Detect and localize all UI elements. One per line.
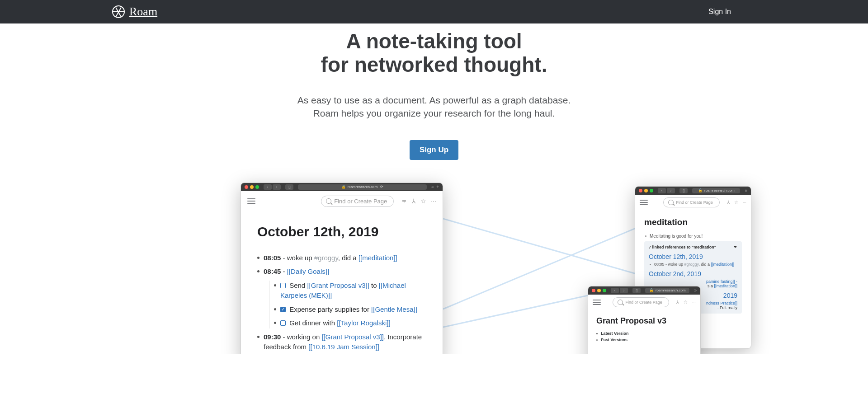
browser-nav-buttons: ‹› [264,184,281,190]
search-input: Find or Create Page [613,297,669,307]
checkbox-unchecked-icon [280,320,286,326]
filter-icon: ⫧ [401,197,407,205]
hero-section: A note-taking tool for networked thought… [0,23,868,160]
sign-in-link[interactable]: Sign In [708,8,731,16]
graph-icon: ⅄ [676,300,679,305]
graph-icon: ⅄ [727,200,730,205]
mock-browser-main: ‹› ▯ 🔒 roamresearch.com ⟳ » + Find or Cr… [241,183,443,354]
brand-link[interactable]: Roam [112,5,157,19]
reference-date-link: October 2nd, 2019 [649,270,737,277]
hamburger-icon [593,300,601,305]
search-icon [326,198,331,204]
search-input: Find or Create Page [321,196,394,207]
page-title: October 12th, 2019 [257,224,426,239]
star-icon: ☆ [684,300,688,305]
toolbar-icons: ⫧ ⅄ ☆ ··· [401,197,436,205]
hamburger-icon [640,200,648,205]
browser-overflow-icon: » + [431,184,439,189]
browser-chrome: ‹› ▯ 🔒 roamresearch.com ⟳ » + [241,183,443,191]
svg-line-2 [443,295,588,327]
more-icon: ··· [431,197,436,205]
outline-item: Latest Version [596,331,692,336]
star-icon: ☆ [734,200,738,205]
checkbox-unchecked-icon [280,283,286,288]
sign-up-button[interactable]: Sign Up [410,140,458,160]
search-icon [618,300,623,305]
hero-subtitle: As easy to use as a document. As powerfu… [0,94,868,120]
app-toolbar: Find or Create Page ⫧ ⅄ ☆ ··· [241,191,443,211]
more-icon: ··· [743,200,746,205]
mock-browser-grant: ‹›▯🔒 roamresearch.com» Find or Create Pa… [588,286,701,354]
product-illustration: ‹› ▯ 🔒 roamresearch.com ⟳ » + Find or Cr… [81,183,787,354]
outline: 08:05 - woke up #groggy, did a [[meditat… [257,253,426,352]
outline-item: 08:45 - [[Daily Goals]] Send [[Grant Pro… [257,267,426,328]
traffic-lights-icon [245,185,259,189]
filter-icon: ⫧ [733,245,737,249]
page-content: October 12th, 2019 08:05 - woke up #grog… [241,211,443,354]
checkbox-checked-icon [280,307,286,312]
search-icon [668,200,674,205]
brand-name: Roam [129,5,157,19]
outline-item: Meditating is good for you! [644,234,742,239]
top-nav-bar: Roam Sign In [0,0,868,23]
roam-logo-icon [112,5,125,18]
hero-title: A note-taking tool for networked thought… [0,30,868,76]
outline-item: 08:05 - woke up #groggy, did a [[meditat… [257,253,426,263]
outline-subitem: Send [[Grant Proposal v3]] to [[Michael … [274,281,426,301]
more-icon: ··· [692,300,696,305]
outline-item: 09:30 - working on [[Grant Proposal v3]]… [257,332,426,352]
search-input: Find or Create Page [663,197,720,207]
reference-date-link: October 12th, 2019 [649,253,737,260]
outline-item: Past Versions [596,338,692,342]
browser-url-bar: 🔒 roamresearch.com ⟳ [298,184,427,190]
graph-icon: ⅄ [412,197,416,205]
outline-subitem: Get dinner with [[Taylor Rogalski]] [274,318,426,328]
star-icon: ☆ [420,197,426,205]
outline-subitem: Expense party supplies for [[Gentle Mesa… [274,305,426,315]
page-title: Grant Proposal v3 [596,316,692,326]
browser-sidebar-toggle: ▯ [285,184,293,190]
hamburger-icon [247,198,255,204]
page-title: meditation [644,217,742,227]
svg-line-0 [443,219,665,282]
